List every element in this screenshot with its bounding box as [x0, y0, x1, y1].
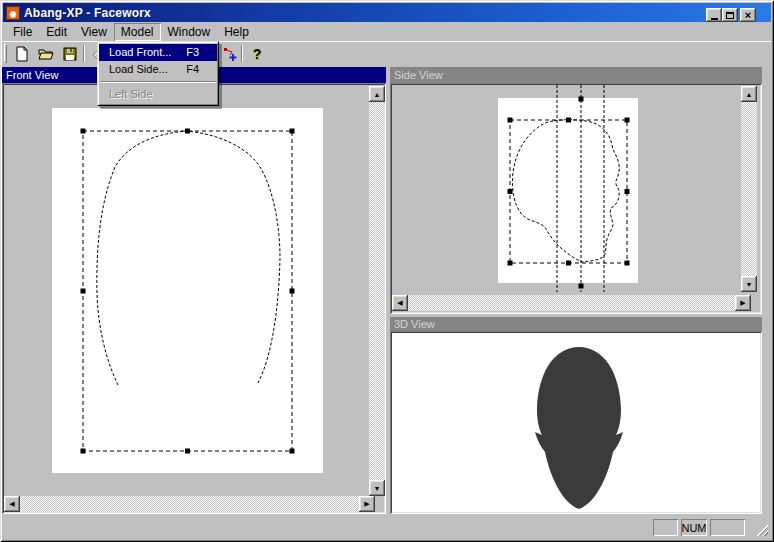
three-d-view-panel: 3D View [390, 317, 762, 514]
scroll-up-button[interactable]: ▲ [741, 86, 757, 102]
close-button[interactable]: × [740, 8, 756, 22]
front-view-panel: Front View ▲ ▼ ◀ [2, 67, 386, 514]
three-d-view-content [390, 331, 762, 514]
menu-item-left-side: Left Side [99, 86, 217, 103]
minimize-icon [711, 18, 718, 20]
menu-view[interactable]: View [74, 23, 114, 41]
menu-file[interactable]: File [6, 23, 39, 41]
scroll-down-button[interactable]: ▼ [741, 276, 757, 292]
three-d-view-caption: 3D View [390, 317, 762, 331]
front-canvas-drawing [52, 108, 323, 473]
status-cell-1 [653, 519, 678, 536]
status-cell-num: NUM [681, 519, 707, 536]
menu-help[interactable]: Help [217, 23, 256, 41]
side-canvas-drawing[interactable] [392, 85, 760, 312]
help-button[interactable]: ? [246, 43, 268, 64]
save-icon [62, 46, 78, 62]
menu-item-label: Load Side... [109, 63, 168, 75]
scroll-right-button[interactable]: ▶ [359, 496, 375, 512]
menu-item-load-side[interactable]: Load Side... F4 [99, 61, 217, 78]
front-selection-handles[interactable] [81, 129, 295, 454]
model-dropdown-menu: Load Front... F3 Load Side... F4 Left Si… [97, 41, 219, 106]
scroll-up-icon: ▲ [746, 91, 753, 98]
menu-window[interactable]: Window [161, 23, 218, 41]
status-cell-2 [710, 519, 745, 536]
minimize-button[interactable] [706, 8, 722, 22]
front-face-outline[interactable] [97, 131, 280, 385]
scroll-right-icon: ▶ [364, 500, 369, 508]
toolbar-separator [83, 45, 85, 62]
maximize-icon [726, 12, 734, 19]
window-controls: × [706, 8, 756, 22]
scroll-track[interactable] [20, 496, 359, 512]
open-file-button[interactable] [35, 43, 57, 64]
toolbar-separator-2 [241, 45, 243, 62]
scroll-left-icon: ◀ [397, 299, 402, 307]
menu-edit[interactable]: Edit [39, 23, 74, 41]
status-bar: NUM [3, 516, 771, 539]
three-d-view-title: 3D View [394, 318, 435, 330]
menu-model[interactable]: Model [114, 23, 161, 41]
scroll-track[interactable] [408, 295, 735, 311]
add-point-icon [222, 46, 238, 62]
side-vertical-scrollbar[interactable]: ▲ ▼ [741, 86, 757, 292]
front-view-title: Front View [6, 69, 58, 81]
front-selection-box[interactable] [83, 131, 292, 451]
front-canvas[interactable] [52, 108, 323, 473]
front-horizontal-scrollbar[interactable]: ◀ ▶ [4, 496, 375, 512]
scroll-right-button[interactable]: ▶ [735, 295, 751, 311]
app-window: Abang-XP - Faceworx × File Edit View Mod… [0, 0, 774, 542]
close-icon: × [745, 9, 751, 21]
window-title: Abang-XP - Faceworx [24, 6, 151, 20]
side-view-content: ▲ ▼ ◀ ▶ [390, 83, 762, 314]
menu-item-load-front[interactable]: Load Front... F3 [99, 44, 217, 61]
side-view-panel: Side View ▲ [390, 67, 762, 314]
toolbar-gripper[interactable] [4, 44, 7, 63]
new-document-button[interactable] [11, 43, 33, 64]
app-icon[interactable] [6, 6, 20, 20]
scroll-left-button[interactable]: ◀ [4, 496, 20, 512]
scroll-left-button[interactable]: ◀ [392, 295, 408, 311]
scroll-down-button[interactable]: ▼ [369, 480, 385, 496]
front-vertical-scrollbar[interactable]: ▲ ▼ [369, 86, 385, 496]
scroll-track[interactable] [369, 102, 385, 480]
help-icon: ? [253, 46, 262, 62]
new-document-icon [14, 46, 30, 62]
resize-grip[interactable] [755, 523, 768, 536]
three-d-head-drawing [392, 333, 760, 512]
side-view-title: Side View [394, 69, 443, 81]
menu-item-shortcut: F3 [186, 44, 199, 61]
menu-item-label: Load Front... [109, 46, 171, 58]
menu-item-label: Left Side [109, 88, 152, 100]
head-silhouette [535, 347, 623, 509]
maximize-button[interactable] [722, 8, 738, 22]
side-horizontal-scrollbar[interactable]: ◀ ▶ [392, 295, 751, 311]
menu-separator [100, 81, 216, 83]
scroll-track[interactable] [741, 102, 757, 276]
add-point-button[interactable] [219, 43, 241, 64]
save-button[interactable] [59, 43, 81, 64]
side-view-caption: Side View [390, 67, 762, 83]
open-folder-icon [38, 46, 54, 62]
front-view-content: ▲ ▼ ◀ ▶ [2, 83, 386, 514]
title-bar[interactable]: Abang-XP - Faceworx × [3, 3, 771, 22]
three-d-canvas[interactable] [392, 333, 760, 512]
scroll-left-icon: ◀ [9, 500, 14, 508]
scroll-right-icon: ▶ [740, 299, 745, 307]
side-canvas[interactable] [498, 98, 638, 283]
menu-item-shortcut: F4 [186, 61, 199, 78]
scroll-up-button[interactable]: ▲ [369, 86, 385, 102]
menu-bar: File Edit View Model Window Help [3, 23, 771, 41]
scroll-down-icon: ▼ [746, 281, 753, 288]
scroll-down-icon: ▼ [374, 485, 381, 492]
scroll-up-icon: ▲ [374, 91, 381, 98]
